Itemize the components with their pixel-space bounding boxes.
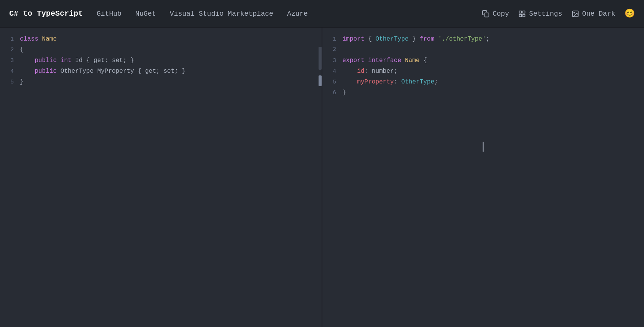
nav-link-github[interactable]: GitHub — [97, 10, 122, 18]
nav-left: C# to TypeScript GitHub NuGet Visual Stu… — [9, 9, 482, 18]
code-token: { — [20, 46, 24, 53]
code-token: } — [342, 89, 346, 96]
line-number: 5 — [6, 77, 20, 88]
line-number: 1 — [6, 34, 20, 45]
nav-link-nuget[interactable]: NuGet — [135, 10, 156, 18]
code-token: export — [342, 57, 365, 64]
line-number: 3 — [6, 56, 20, 66]
line-number: 4 — [6, 66, 20, 77]
code-token — [342, 68, 357, 75]
nav-right: Copy Settings One Dark — [482, 8, 635, 19]
settings-label: Settings — [529, 10, 562, 18]
code-line: 3 public int Id { get; set; } — [6, 55, 315, 66]
code-token: from — [420, 36, 434, 43]
code-token: OtherType — [375, 36, 408, 43]
line-content: export interface Name { — [342, 55, 638, 66]
code-token: int — [61, 57, 75, 64]
navbar: C# to TypeScript GitHub NuGet Visual Stu… — [0, 0, 644, 28]
code-token: import — [342, 36, 365, 43]
code-line: 5 myProperty: OtherType; — [329, 77, 638, 87]
svg-rect-1 — [519, 11, 522, 13]
theme-button[interactable]: One Dark — [572, 10, 615, 18]
grid-icon — [518, 10, 526, 18]
left-scrollbar[interactable] — [319, 47, 322, 70]
code-token — [20, 57, 34, 64]
code-line: 1import { OtherType } from './otherType'… — [329, 34, 638, 44]
code-token: Name — [42, 36, 57, 43]
line-number: 4 — [329, 66, 342, 77]
svg-rect-4 — [519, 14, 522, 16]
code-line: 3export interface Name { — [329, 55, 638, 66]
copy-label: Copy — [493, 10, 509, 18]
line-content: { — [20, 44, 315, 55]
code-token: public — [34, 68, 60, 75]
nav-link-azure[interactable]: Azure — [287, 10, 308, 18]
code-line: 4 id: number; — [329, 66, 638, 77]
theme-label: One Dark — [582, 10, 615, 18]
code-token — [365, 57, 368, 64]
code-line: 6} — [329, 87, 638, 98]
code-token — [342, 78, 357, 85]
svg-rect-2 — [523, 11, 525, 13]
left-panel[interactable]: 1class Name2{3 public int Id { get; set;… — [0, 28, 322, 327]
left-code-container: 1class Name2{3 public int Id { get; set;… — [0, 34, 322, 87]
code-token: Id { get; set; } — [75, 57, 134, 64]
image-icon — [572, 10, 579, 18]
line-content: public int Id { get; set; } — [20, 55, 315, 66]
code-token: ; — [434, 78, 438, 85]
nav-link-marketplace[interactable]: Visual Studio Marketplace — [170, 10, 273, 18]
line-number: 3 — [329, 56, 342, 66]
code-line: 2 — [329, 44, 638, 55]
line-number: 1 — [329, 34, 342, 45]
line-number: 6 — [329, 88, 342, 98]
code-token: interface — [368, 57, 401, 64]
code-token: class — [20, 36, 42, 43]
code-token: { — [365, 36, 376, 43]
line-content: public OtherType MyProperty { get; set; … — [20, 66, 315, 77]
right-code-container: 1import { OtherType } from './otherType'… — [322, 34, 644, 98]
code-token: myProperty — [357, 78, 394, 85]
code-token: id — [357, 68, 364, 75]
main-content: 1class Name2{3 public int Id { get; set;… — [0, 28, 644, 327]
code-line: 5} — [6, 77, 315, 87]
emoji-icon: 😊 — [624, 8, 635, 19]
text-cursor: | — [480, 141, 486, 152]
code-token — [434, 36, 438, 43]
app-title: C# to TypeScript — [9, 9, 83, 18]
line-number: 5 — [329, 77, 342, 88]
code-token: MyProperty { get; set; } — [94, 68, 186, 75]
line-content: import { OtherType } from './otherType'; — [342, 34, 638, 44]
right-panel[interactable]: 1import { OtherType } from './otherType'… — [322, 28, 644, 327]
settings-button[interactable]: Settings — [518, 10, 562, 18]
code-token: : — [394, 78, 401, 85]
code-line: 1class Name — [6, 34, 315, 44]
code-token: : number; — [365, 68, 398, 75]
svg-rect-3 — [523, 14, 525, 16]
line-content: myProperty: OtherType; — [342, 77, 638, 87]
code-token: Name — [405, 57, 419, 64]
svg-rect-0 — [485, 13, 489, 17]
line-content: class Name — [20, 34, 315, 44]
line-number: 2 — [329, 44, 342, 55]
code-token: './otherType' — [438, 36, 486, 43]
svg-point-6 — [573, 12, 575, 13]
code-token: OtherType — [61, 68, 94, 75]
line-number: 2 — [6, 45, 20, 56]
code-line: 4 public OtherType MyProperty { get; set… — [6, 66, 315, 77]
left-scrollbar-active[interactable] — [319, 75, 322, 86]
line-content: } — [20, 77, 315, 87]
code-token: OtherType — [401, 78, 434, 85]
line-content: } — [342, 87, 638, 98]
code-token: } — [20, 78, 24, 85]
code-token — [20, 68, 34, 75]
code-token: ; — [486, 36, 490, 43]
code-token: } — [409, 36, 420, 43]
line-content: id: number; — [342, 66, 638, 77]
code-token — [401, 57, 405, 64]
code-token: public — [34, 57, 60, 64]
emoji-button[interactable]: 😊 — [624, 8, 635, 19]
copy-icon — [482, 10, 490, 18]
code-token: { — [420, 57, 427, 64]
copy-button[interactable]: Copy — [482, 10, 509, 18]
code-line: 2{ — [6, 44, 315, 55]
